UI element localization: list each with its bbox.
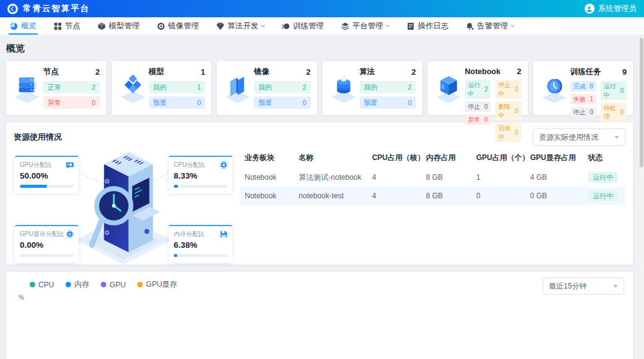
gauge-cpu-allocation: CPU分配比 8.33% — [169, 156, 232, 193]
stat-card-models[interactable]: 模型1 我的1 预置0 — [112, 61, 212, 115]
nav-item-alert-management[interactable]: 告警管理 — [457, 17, 523, 35]
notebook-cube-icon — [433, 67, 465, 110]
log-document-icon — [407, 22, 415, 30]
nav-item-operation-log[interactable]: 操作日志 — [398, 17, 457, 35]
vram-chip-icon — [66, 230, 74, 238]
page-title: 概览 — [5, 35, 634, 61]
gauge-memory-allocation: 内存分配比 6.38% — [169, 225, 232, 263]
status-pill-preset: 预置0 — [254, 96, 311, 109]
alert-bell-icon — [466, 22, 474, 30]
usage-chart-plot — [15, 308, 624, 359]
status-pill-deleting: 删除中0 — [495, 101, 521, 120]
legend-dot — [101, 282, 106, 287]
nav-item-overview[interactable]: 概览 — [1, 17, 45, 35]
status-pill-running: 运行中0 — [601, 81, 627, 100]
user-name: 系统管理员 — [598, 4, 637, 14]
server-illustration — [74, 143, 173, 266]
table-row[interactable]: Notebook notebook-test 4 8 GB 0 0 GB 运行中 — [240, 187, 625, 205]
chevron-down-icon — [261, 23, 265, 27]
status-badge: 运行中 — [588, 190, 618, 201]
nav-item-nodes[interactable]: 节点 — [45, 17, 89, 35]
time-range-dropdown[interactable]: 最近15分钟 — [543, 277, 624, 295]
legend-item-cpu[interactable]: CPU — [30, 279, 54, 290]
card-total: 2 — [95, 67, 100, 77]
training-clock-icon — [538, 67, 570, 110]
gauge-gpu-allocation: GPU分配比 50.00% — [15, 156, 78, 193]
chevron-down-icon — [511, 23, 515, 27]
status-pill-failed: 失败1 — [570, 94, 596, 104]
scrollbar-thumb[interactable] — [640, 38, 643, 167]
gauge-progress-bar — [20, 254, 74, 257]
card-title: 训练任务 — [570, 67, 601, 77]
stat-card-nodes[interactable]: 节点2 正常2 异常0 — [6, 61, 106, 115]
dropdown-arrow-icon — [613, 285, 618, 288]
table-row[interactable]: Notebook 算法测试-notebook 4 8 GB 1 4 GB 运行中 — [240, 168, 625, 187]
user-avatar-icon — [585, 4, 595, 14]
card-title: Notebook — [465, 67, 501, 76]
image-panels-icon — [222, 67, 254, 110]
card-total: 1 — [201, 67, 205, 77]
stat-card-row: 节点2 正常2 异常0 模型1 我的1 预置0 — [5, 61, 634, 115]
chevron-down-icon — [386, 23, 390, 27]
platform-layers-icon — [341, 22, 349, 30]
gpu-card-icon — [66, 161, 74, 169]
resource-usage-panel: 资源使用情况 资源实际使用情况 — [6, 122, 633, 264]
resource-view-dropdown[interactable]: 资源实际使用情况 — [533, 129, 625, 146]
legend-item-gpu[interactable]: GPU — [101, 279, 125, 290]
status-pill-mine: 我的1 — [149, 81, 206, 93]
node-grid-icon — [54, 22, 62, 30]
status-pill-preset: 预置0 — [149, 96, 206, 109]
chart-legend: CPU 内存 GPU GPU显存 — [15, 279, 624, 290]
status-pill-pending: 待处理0 — [601, 103, 627, 122]
nav-item-model-management[interactable]: 模型管理 — [89, 17, 148, 35]
cpu-chip-icon — [220, 161, 227, 169]
card-total: 2 — [517, 67, 521, 76]
gauge-gpu-memory-allocation: GPU显存分配比 0.00% — [15, 225, 78, 263]
status-pill-stopping: 停止中0 — [495, 80, 521, 99]
status-pill-completed: 完成8 — [570, 81, 596, 91]
legend-dot — [30, 282, 35, 287]
card-total: 2 — [412, 67, 416, 77]
status-pill-stopped: 停止0 — [465, 101, 491, 112]
vertical-scrollbar[interactable] — [639, 35, 644, 359]
legend-item-gpu-memory[interactable]: GPU显存 — [137, 279, 177, 290]
table-header-row: 业务板块 名称 CPU占用（核） 内存占用 GPU占用（个） GPU显存占用 状… — [240, 147, 625, 168]
usage-chart-panel: CPU 内存 GPU GPU显存 % 最近15分钟 — [6, 272, 633, 359]
model-cube-icon — [98, 22, 106, 30]
model-cubes-icon — [117, 67, 149, 110]
allocation-visualization: GPU分配比 50.00% CPU分配比 8.33% GPU显存分配比 — [14, 147, 234, 262]
memory-disk-icon — [220, 230, 227, 238]
gauge-progress-bar — [174, 185, 227, 188]
status-pill-stopped: 停止0 — [570, 107, 596, 117]
overview-pie-icon — [10, 22, 18, 30]
nav-item-algorithm-dev[interactable]: 算法开发 — [208, 17, 273, 35]
status-pill-running: 运行中2 — [465, 80, 491, 99]
stat-card-algorithms[interactable]: 算法2 我的2 预置0 — [323, 61, 423, 115]
card-total: 9 — [622, 67, 627, 77]
y-axis-unit-label: % — [19, 294, 624, 301]
legend-item-memory[interactable]: 内存 — [66, 279, 89, 290]
stat-card-images[interactable]: 镜像2 我的2 预置0 — [217, 61, 317, 115]
main-nav: 概览 节点 模型管理 镜像管理 算法开发 训练管理 平台管理 操作日志 告警管理 — [0, 17, 644, 35]
top-header: 常青云智算平台 系统管理员 — [0, 0, 644, 17]
training-icon — [282, 22, 290, 30]
nav-item-platform-management[interactable]: 平台管理 — [333, 17, 398, 35]
gauge-progress-bar — [20, 185, 74, 188]
app-logo-icon — [7, 4, 18, 14]
nav-item-training-management[interactable]: 训练管理 — [273, 17, 333, 35]
card-title: 镜像 — [254, 67, 269, 77]
status-pill-normal: 正常2 — [43, 81, 100, 93]
gauge-progress-bar — [174, 254, 227, 257]
gauge-value: 8.33% — [174, 171, 227, 180]
user-menu[interactable]: 系统管理员 — [585, 4, 637, 14]
stat-card-training-tasks[interactable]: 训练任务9 完成8 失败1 停止0 运行中0 待处理0 — [533, 61, 633, 115]
card-title: 节点 — [43, 67, 59, 77]
card-total: 2 — [306, 67, 310, 77]
algorithm-gem-icon — [216, 22, 224, 30]
status-badge: 运行中 — [588, 172, 618, 183]
stat-card-notebook[interactable]: Notebook2 运行中2 停止0 异常0 停止中0 删除中0 启动中0 — [428, 61, 528, 115]
gauge-value: 6.38% — [174, 240, 227, 250]
nav-item-image-management[interactable]: 镜像管理 — [148, 17, 208, 35]
card-title: 算法 — [360, 67, 375, 77]
image-disc-icon — [157, 22, 165, 30]
